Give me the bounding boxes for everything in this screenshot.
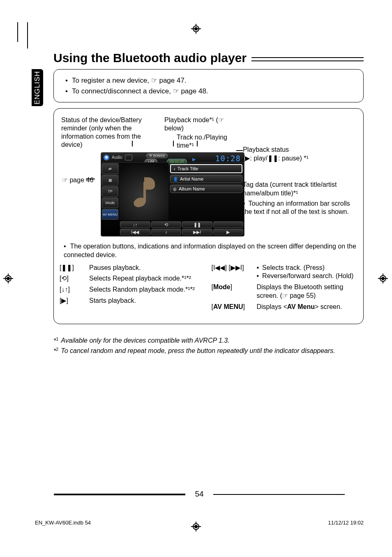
section-title: Using the Bluetooth audio player <box>53 51 364 65</box>
bluetooth-icon: ✱ <box>104 155 109 160</box>
info-bar-artist[interactable]: 👤 Artist Name <box>170 175 242 183</box>
btn-desc-play: Starts playback. <box>89 297 206 305</box>
footnotes: *1Available only for the devices compati… <box>53 336 364 357</box>
intro-line-register: To register a new device, ☞ page 47. <box>65 75 355 86</box>
footnote-1: Available only for the devices compatibl… <box>61 336 229 346</box>
leader-line <box>197 141 198 146</box>
page-number: 54 <box>195 490 203 498</box>
small-note-button[interactable]: ♪ <box>151 229 182 235</box>
sidebar-tp-button[interactable]: TP <box>102 186 118 197</box>
leader-line <box>132 141 133 146</box>
callout-playback-status: Playback status (▶: play/❚❚: pause) *¹ <box>243 146 354 163</box>
pause-button[interactable]: ❚❚ <box>182 221 212 228</box>
artist-name-text: Artist Name <box>180 176 203 181</box>
callout-playback-mode: Playback mode*¹ (☞ below) <box>164 116 242 132</box>
artist-icon: 👤 <box>173 177 178 181</box>
sidebar-bt-button[interactable]: ⇄ <box>102 163 118 174</box>
album-icon: ◎ <box>173 187 177 191</box>
leader-line <box>173 141 174 146</box>
prev-button[interactable]: I◀◀ <box>120 229 150 235</box>
crop-mark <box>22 22 33 49</box>
operation-note: The operation buttons, indications and i… <box>60 242 357 260</box>
track-info-panel: ♪ Track Title 👤 Artist Name ◎ Album Name <box>168 162 244 220</box>
registration-mark-left <box>3 274 13 283</box>
shuffle-button[interactable]: ↓↑ <box>120 221 150 228</box>
callout-playback-status-detail: (▶: play/❚❚: pause) *¹ <box>243 154 354 163</box>
note-icon: ♪ <box>173 167 175 171</box>
btn-desc-repeat: Selects Repeat playback mode.*¹*² <box>89 274 206 283</box>
title-rule <box>251 57 364 61</box>
btn-sym-avmenu: [AV MENU] <box>212 303 257 311</box>
screen-sidebar: ⇄ ▦ TP Mode AV MENU <box>101 162 119 220</box>
btn-sym-mode: [Mode] <box>212 283 257 300</box>
clock-display: 10:28 <box>215 154 241 163</box>
callouts-top-row: Status of the device/Battery reminder (o… <box>60 116 357 150</box>
repeat-button[interactable]: ⟲ <box>151 221 182 228</box>
button-table-left: [❚❚] Pauses playback. [⟲] Selects Repeat… <box>60 264 206 314</box>
page-rule-left <box>54 494 185 495</box>
callout-tag-note: Touching an information bar scrolls the … <box>243 200 358 217</box>
btn-sym-seek: [I◀◀] [▶▶I] <box>212 264 257 281</box>
sidebar-mode-button[interactable]: Mode <box>102 197 118 208</box>
section-title-text: Using the Bluetooth audio player <box>53 51 247 65</box>
sidebar-avmenu-button[interactable]: AV MENU <box>102 209 118 220</box>
intro-box: To register a new device, ☞ page 47. To … <box>53 69 364 102</box>
songs-pill: ⟲ SONGS <box>146 153 168 158</box>
intro-line-connect: To connect/disconnect a device, ☞ page 4… <box>65 86 355 97</box>
btn-desc-avmenu: Displays <AV Menu> screen. <box>257 303 358 311</box>
footer-file: EN_KW-AV60E.indb 54 <box>35 520 91 526</box>
footnote-marker-1: *1 <box>53 336 58 346</box>
btn-sym-random: [↓↑] <box>60 285 89 294</box>
play-indicator-icon: ▶ <box>192 157 196 162</box>
callout-status: Status of the device/Battery reminder (o… <box>60 116 160 150</box>
footer-meta: EN_KW-AV60E.indb 54 11/12/12 19:02 <box>35 520 364 526</box>
btn-sym-repeat: [⟲] <box>60 274 89 283</box>
btn-desc-pause: Pauses playback. <box>89 264 206 272</box>
sidebar-grid-button[interactable]: ▦ <box>102 175 118 186</box>
footer-date: 11/12/12 19:02 <box>328 520 364 526</box>
callout-tag-data: Tag data (current track title/artist nam… <box>243 181 358 216</box>
button-table-right: [I◀◀] [▶▶I] Selects track. (Press) Rever… <box>212 264 358 314</box>
footnote-2: To cancel random and repeat mode, press … <box>61 346 335 356</box>
btn-desc-mode: Displays the Bluetooth setting screen. (… <box>257 283 358 300</box>
page-rule-right <box>213 494 345 495</box>
screen-controls: ↓↑ ⟲ ❚❚ I◀◀ ♪ ▶▶I ▶ <box>101 220 244 236</box>
page-content: ENGLISH Using the Bluetooth audio player… <box>35 25 364 510</box>
screen-source-label: Audio <box>112 155 122 160</box>
info-bar-title[interactable]: ♪ Track Title <box>170 164 242 173</box>
btn-desc-seek-hold: Reverse/forward search. (Hold) <box>257 272 358 281</box>
callout-track-time: Track no./Playing time*¹ <box>177 133 242 150</box>
btn-sym-play: [▶] <box>60 297 89 305</box>
album-art-area <box>119 162 168 220</box>
album-name-text: Album Name <box>179 186 205 191</box>
music-note-icon <box>132 176 156 208</box>
callout-playback-status-label: Playback status <box>243 146 354 154</box>
device-screenshot: ✱ Audio ⟲ SONGS ♪ 01 00:01:20 ▶ 10:28 ⇄ … <box>101 152 244 237</box>
screen-topbar: ✱ Audio ⟲ SONGS ♪ 01 00:01:20 ▶ 10:28 <box>101 153 244 162</box>
btn-desc-seek-press: Selects track. (Press) <box>257 264 358 272</box>
next-button[interactable]: ▶▶I <box>182 229 212 235</box>
diagram-box: Status of the device/Battery reminder (o… <box>53 108 364 324</box>
btn-sym-pause: [❚❚] <box>60 264 89 272</box>
registration-mark-right <box>378 274 388 283</box>
signal-icon <box>125 155 132 160</box>
blank-button[interactable] <box>213 221 244 228</box>
callout-page46: ☞ page 46 <box>62 176 93 184</box>
language-tab: ENGLISH <box>32 69 43 106</box>
btn-desc-random: Selects Random playback mode.*¹*² <box>89 285 206 294</box>
callout-tag-label: Tag data (current track title/artist nam… <box>243 181 358 198</box>
track-title-text: Track Title <box>178 166 198 171</box>
page-number-row: 54 <box>35 490 364 499</box>
info-bar-album[interactable]: ◎ Album Name <box>170 185 242 193</box>
button-reference-table: [❚❚] Pauses playback. [⟲] Selects Repeat… <box>60 264 357 314</box>
leader-line <box>236 150 243 151</box>
footnote-marker-2: *2 <box>53 346 58 356</box>
play-button[interactable]: ▶ <box>213 229 244 235</box>
